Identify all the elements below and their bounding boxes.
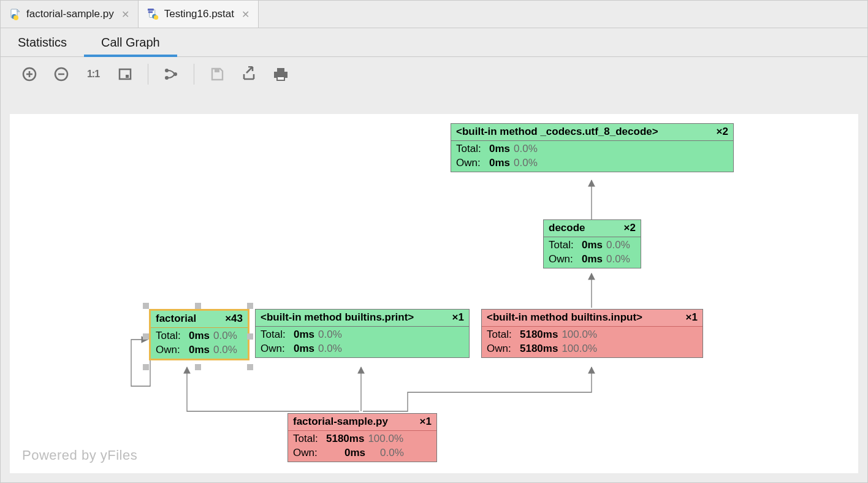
selection-handle[interactable] <box>195 364 201 370</box>
node-factorial[interactable]: factorial×43 Total:0ms0.0% Own:0ms0.0% <box>149 309 249 360</box>
python-file-icon <box>9 8 21 20</box>
subtab-call-graph[interactable]: Call Graph <box>84 28 177 56</box>
svg-rect-14 <box>126 75 129 78</box>
svg-rect-4 <box>148 9 154 11</box>
profiler-file-icon <box>147 8 159 20</box>
separator <box>194 64 194 85</box>
selection-handle[interactable] <box>143 303 149 309</box>
zoom-in-icon[interactable] <box>20 65 39 83</box>
export-icon[interactable] <box>240 65 258 83</box>
selection-handle[interactable] <box>247 364 253 370</box>
save-icon[interactable] <box>208 65 226 83</box>
svg-rect-18 <box>215 69 219 72</box>
subtab-statistics[interactable]: Statistics <box>1 28 84 56</box>
svg-point-7 <box>154 15 158 20</box>
tab-label: Testing16.pstat <box>164 8 234 20</box>
graph-toolbar: 1:1 <box>1 57 867 91</box>
close-icon[interactable]: ✕ <box>242 9 249 20</box>
selection-handle[interactable] <box>195 303 201 309</box>
selection-handle[interactable] <box>247 333 253 340</box>
editor-window: factorial-sample.py ✕ Testing16.pstat ✕ … <box>0 0 868 483</box>
svg-rect-20 <box>277 68 284 72</box>
node-builtins-print[interactable]: <built-in method builtins.print>×1 Total… <box>255 309 470 358</box>
fit-content-icon[interactable] <box>116 65 134 83</box>
selection-handle[interactable] <box>143 364 149 370</box>
print-icon[interactable] <box>272 65 290 83</box>
powered-by-label: Powered by yFiles <box>22 447 137 463</box>
actual-size-icon[interactable]: 1:1 <box>84 65 102 83</box>
node-decode[interactable]: decode×2 Total:0ms0.0% Own:0ms0.0% <box>543 219 641 268</box>
call-graph-canvas[interactable]: <built-in method _codecs.utf_8_decode>×2… <box>10 114 858 473</box>
tab-label: factorial-sample.py <box>26 8 114 20</box>
selection-handle[interactable] <box>143 333 149 340</box>
profiler-subtabs: Statistics Call Graph <box>1 28 867 57</box>
node-builtins-input[interactable]: <built-in method builtins.input>×1 Total… <box>481 309 703 358</box>
selection-handle[interactable] <box>247 303 253 309</box>
separator <box>148 64 148 85</box>
svg-rect-5 <box>148 11 152 13</box>
file-tabstrip: factorial-sample.py ✕ Testing16.pstat ✕ <box>1 1 867 28</box>
svg-rect-13 <box>120 69 131 79</box>
node-utf8-decode[interactable]: <built-in method _codecs.utf_8_decode>×2… <box>451 123 734 172</box>
tab-testing16[interactable]: Testing16.pstat ✕ <box>139 1 259 28</box>
svg-rect-21 <box>277 77 284 80</box>
layout-icon[interactable] <box>162 65 180 83</box>
zoom-out-icon[interactable] <box>52 65 70 83</box>
tab-factorial-sample[interactable]: factorial-sample.py ✕ <box>1 1 139 28</box>
node-root-script[interactable]: factorial-sample.py×1 Total:5180ms100.0%… <box>287 413 437 462</box>
close-icon[interactable]: ✕ <box>121 9 129 20</box>
svg-point-2 <box>13 15 18 20</box>
